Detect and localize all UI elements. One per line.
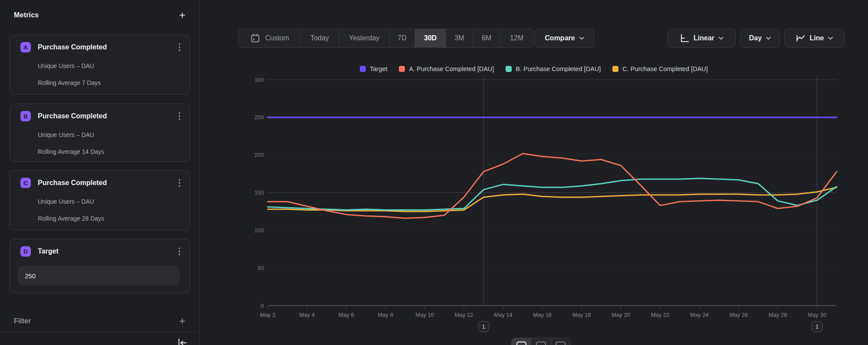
range-label: 7D [398, 34, 406, 42]
calendar-icon [250, 33, 260, 43]
metric-badge-a: A [20, 42, 31, 52]
range-today[interactable]: Today [301, 29, 339, 47]
y-tick-label: 100 [254, 227, 264, 234]
rounded-rect-icon [536, 342, 546, 345]
metric-card-c[interactable]: C Purchase Completed Unique Users – DAU … [10, 170, 190, 230]
metric-rolling-average: Rolling Average 28 Days [38, 215, 104, 222]
range-7d[interactable]: 7D [390, 29, 415, 47]
range-custom[interactable]: Custom [239, 29, 301, 47]
metrics-section-title: Metrics [14, 11, 39, 19]
range-label: 12M [510, 34, 523, 42]
collapse-sidebar-icon[interactable] [177, 337, 188, 345]
x-tick-label: May 24 [690, 312, 709, 318]
range-label: Custom [265, 34, 289, 42]
filter-section-title: Filter [14, 317, 31, 325]
chevron-down-icon [766, 37, 771, 40]
metric-badge-c: C [20, 178, 31, 188]
chart-style-option-1[interactable] [512, 338, 531, 345]
chart-style-option-2[interactable] [531, 338, 551, 345]
scale-label: Linear [694, 34, 714, 42]
y-tick-label: 150 [254, 189, 264, 196]
target-card[interactable]: D Target 250 [10, 239, 190, 293]
chevron-down-icon [579, 37, 584, 40]
metric-title: Purchase Completed [38, 43, 175, 51]
range-label: Yesterday [349, 34, 380, 42]
add-metric-icon[interactable]: + [179, 10, 185, 20]
line-chart-icon [796, 34, 806, 42]
metric-badge-b: B [20, 111, 31, 121]
kebab-menu-icon[interactable] [175, 178, 184, 188]
range-yesterday[interactable]: Yesterday [339, 29, 390, 47]
y-tick-label: 300 [254, 77, 264, 83]
metric-rolling-average: Rolling Average 7 Days [38, 79, 101, 86]
sidebar: Metrics + A Purchase Completed Unique Us… [0, 0, 200, 345]
range-label: 3M [454, 34, 464, 42]
y-tick-label: 250 [254, 114, 264, 120]
x-tick-label: May 8 [378, 312, 393, 318]
target-card-header: D Target [20, 246, 184, 257]
axis-scale-icon [680, 33, 689, 43]
x-tick-label: May 22 [651, 312, 670, 318]
metric-title: Purchase Completed [38, 112, 175, 120]
x-tick-label: May 20 [612, 312, 630, 318]
metric-card-a-header: A Purchase Completed [20, 42, 184, 52]
x-tick-label: May 18 [572, 312, 591, 318]
series-line-a [268, 153, 837, 218]
target-value-input[interactable]: 250 [18, 266, 180, 285]
range-3m[interactable]: 3M [446, 29, 473, 47]
rounded-rect-icon [556, 342, 566, 345]
x-tick-label: May 16 [533, 312, 552, 318]
metric-badge-d: D [20, 246, 31, 257]
compare-button[interactable]: Compare [535, 29, 594, 48]
metric-rolling-average: Rolling Average 14 Days [38, 148, 104, 155]
metric-card-b[interactable]: B Purchase Completed Unique Users – DAU … [10, 104, 190, 162]
range-label: Today [310, 34, 329, 42]
target-title: Target [38, 247, 175, 255]
y-tick-label: 0 [261, 303, 264, 309]
metric-measure: Unique Users – DAU [38, 131, 94, 138]
sidebar-header: Metrics + [14, 9, 185, 22]
metric-card-a[interactable]: A Purchase Completed Unique Users – DAU … [10, 35, 190, 94]
chart-style-option-3[interactable] [551, 338, 570, 345]
metric-measure: Unique Users – DAU [38, 62, 94, 69]
range-label: 30D [424, 34, 437, 42]
kebab-menu-icon[interactable] [175, 111, 184, 121]
chart-type-label: Line [810, 34, 824, 42]
y-tick-label: 50 [258, 265, 264, 271]
chart-panel: Custom Today Yesterday 7D 30D 3M 6M 12M … [200, 0, 868, 345]
x-tick-label: May 14 [494, 312, 513, 318]
metric-card-c-header: C Purchase Completed [20, 178, 184, 188]
x-tick-label: May 12 [455, 312, 473, 318]
chart-style-switcher [511, 338, 571, 345]
kebab-menu-icon[interactable] [175, 246, 184, 257]
rounded-rect-icon [516, 342, 526, 345]
annotation-badge[interactable]: 1 [478, 321, 489, 332]
granularity-button[interactable]: Day [740, 29, 780, 48]
x-tick-label: May 30 [808, 312, 826, 318]
metric-measure: Unique Users – DAU [38, 198, 94, 205]
metric-card-b-header: B Purchase Completed [20, 111, 184, 121]
line-chart: 050100150200250300May 2May 4May 6May 8Ma… [200, 56, 868, 345]
granularity-label: Day [749, 34, 762, 42]
y-tick-label: 200 [254, 152, 264, 158]
chevron-down-icon [719, 37, 723, 40]
range-6m[interactable]: 6M [473, 29, 500, 47]
scale-button[interactable]: Linear [667, 29, 736, 48]
metrics-dashboard: Metrics + A Purchase Completed Unique Us… [0, 0, 868, 345]
add-filter-icon[interactable]: + [179, 316, 185, 326]
chevron-down-icon [828, 37, 833, 40]
filter-section: Filter + [14, 315, 185, 328]
range-12m[interactable]: 12M [500, 29, 533, 47]
x-tick-label: May 10 [415, 312, 434, 318]
date-range-control: Custom Today Yesterday 7D 30D 3M 6M 12M [238, 29, 533, 48]
x-tick-label: May 6 [339, 312, 354, 318]
range-30d[interactable]: 30D [415, 29, 446, 47]
annotation-badge[interactable]: 1 [812, 321, 822, 332]
x-tick-label: May 26 [729, 312, 748, 318]
sidebar-bottom-divider [0, 332, 199, 332]
x-tick-label: May 2 [260, 312, 275, 318]
compare-label: Compare [545, 34, 575, 42]
chart-type-button[interactable]: Line [784, 29, 845, 48]
kebab-menu-icon[interactable] [175, 42, 184, 52]
series-line-c [268, 187, 837, 212]
